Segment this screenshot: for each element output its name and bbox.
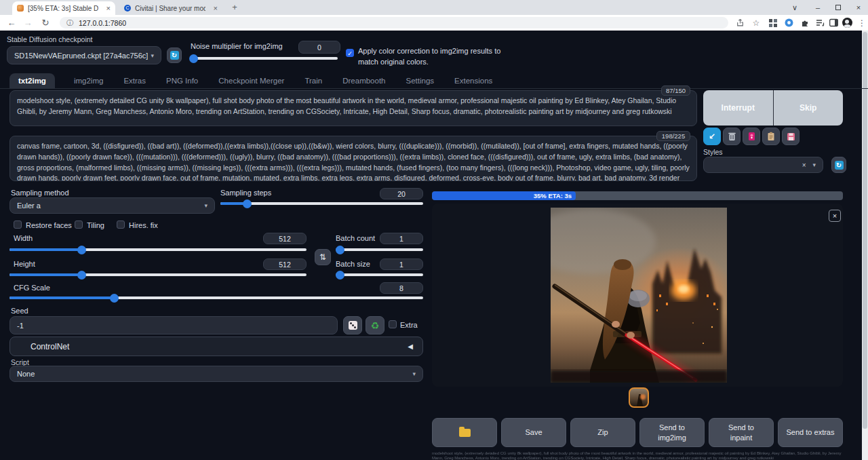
tab-txt2img[interactable]: txt2img xyxy=(9,73,55,88)
browser-tab-civitai[interactable]: C Civitai | Share your models × xyxy=(119,1,222,15)
cfg-scale-slider[interactable] xyxy=(9,296,423,299)
slider-knob[interactable] xyxy=(110,294,119,303)
noise-multiplier-slider[interactable] xyxy=(191,57,338,60)
save-button[interactable]: Save xyxy=(501,418,566,447)
batch-count-slider[interactable] xyxy=(336,248,423,251)
paste-generation-params-button[interactable]: ↙ xyxy=(703,128,721,145)
random-seed-button[interactable] xyxy=(343,316,362,334)
side-panel-icon[interactable] xyxy=(826,15,841,31)
open-folder-button[interactable] xyxy=(432,418,497,447)
slider-knob[interactable] xyxy=(336,246,344,254)
forward-icon[interactable]: → xyxy=(20,15,35,31)
styles-dropdown[interactable]: × ▾ xyxy=(703,157,823,173)
window-close-icon[interactable]: × xyxy=(849,0,868,15)
tab-checkpoint-merger[interactable]: Checkpoint Merger xyxy=(217,73,285,88)
height-label: Height xyxy=(14,260,35,268)
checkpoint-label: Stable Diffusion checkpoint xyxy=(7,35,92,43)
window-menu-chevron-icon[interactable]: ∨ xyxy=(785,0,804,15)
height-value[interactable]: 512 xyxy=(263,258,307,270)
tab-img2img[interactable]: img2img xyxy=(73,73,104,88)
sampling-steps-value[interactable]: 20 xyxy=(380,188,423,199)
tab-extensions[interactable]: Extensions xyxy=(453,73,494,88)
extra-networks-button[interactable] xyxy=(743,128,760,145)
checkpoint-refresh-button[interactable]: ↻ xyxy=(167,47,182,63)
window-maximize-icon[interactable] xyxy=(829,0,848,15)
chevron-down-icon: ▾ xyxy=(812,161,816,168)
extension-blue-circle-icon[interactable] xyxy=(781,15,796,31)
reload-icon[interactable]: ↻ xyxy=(38,15,53,31)
tiling-checkbox[interactable] xyxy=(75,221,83,229)
profile-avatar[interactable] xyxy=(840,15,854,31)
chevron-down-icon: ▾ xyxy=(151,52,154,59)
extension-grid-icon[interactable] xyxy=(766,15,781,31)
height-slider[interactable] xyxy=(9,273,307,276)
chevron-down-icon: ▾ xyxy=(204,202,208,209)
sampling-method-dropdown[interactable]: Euler a ▾ xyxy=(9,197,215,214)
gallery-thumbnail[interactable] xyxy=(629,387,649,408)
slider-knob[interactable] xyxy=(189,54,198,63)
share-icon[interactable] xyxy=(732,15,747,31)
styles-refresh-button[interactable]: ↻ xyxy=(831,157,846,173)
send-to-inpaint-button[interactable]: Send to inpaint xyxy=(709,418,774,447)
tab-png-info[interactable]: PNG Info xyxy=(165,73,199,88)
slider-knob[interactable] xyxy=(336,271,344,280)
color-correction-checkbox[interactable]: ✓ xyxy=(346,49,354,57)
tab-close-icon[interactable]: × xyxy=(214,4,218,12)
apply-styles-button[interactable] xyxy=(762,128,780,145)
zip-button[interactable]: Zip xyxy=(570,418,635,447)
slider-knob[interactable] xyxy=(243,199,252,208)
extensions-puzzle-icon[interactable] xyxy=(797,15,812,31)
gallery-close-button[interactable]: × xyxy=(829,210,841,222)
tab-dreambooth[interactable]: Dreambooth xyxy=(341,73,387,88)
reading-list-icon[interactable] xyxy=(812,15,827,31)
window-minimize-icon[interactable]: – xyxy=(808,0,827,15)
checkpoint-dropdown[interactable]: SD15NewVAEpruned.ckpt [27a4ac756c] ▾ xyxy=(7,46,161,64)
batch-size-value[interactable]: 1 xyxy=(380,258,423,270)
batch-size-slider[interactable] xyxy=(336,273,423,276)
generated-image-preview[interactable] xyxy=(551,208,727,383)
seed-label: Seed xyxy=(11,307,28,315)
clear-prompt-button[interactable] xyxy=(723,128,741,145)
trash-icon xyxy=(728,132,736,141)
clipboard-icon xyxy=(767,132,775,141)
extra-seed-checkbox[interactable] xyxy=(389,320,397,328)
styles-label: Styles xyxy=(703,148,723,156)
batch-count-value[interactable]: 1 xyxy=(380,233,423,244)
negative-prompt-textarea[interactable]: canvas frame, cartoon, 3d, ((disfigured)… xyxy=(9,136,697,181)
noise-multiplier-value[interactable]: 0 xyxy=(298,41,340,54)
tab-train[interactable]: Train xyxy=(303,73,323,88)
swap-width-height-button[interactable]: ⇅ xyxy=(315,249,331,265)
interrupt-button[interactable]: Interrupt xyxy=(703,90,774,126)
restore-faces-checkbox[interactable] xyxy=(14,221,22,229)
tab-extras[interactable]: Extras xyxy=(122,73,147,88)
tab-settings[interactable]: Settings xyxy=(405,73,436,88)
controlnet-accordion[interactable]: ControlNet ◀ xyxy=(9,337,423,356)
slider-knob[interactable] xyxy=(77,246,86,254)
prompt-textarea[interactable]: modelshoot style, (extremely detailed CG… xyxy=(9,90,697,126)
width-slider[interactable] xyxy=(9,248,307,251)
prompt-token-counter: 87/150 xyxy=(661,85,690,96)
back-icon[interactable]: ← xyxy=(4,15,19,31)
slider-knob[interactable] xyxy=(77,271,86,280)
seed-input[interactable]: -1 xyxy=(9,316,338,334)
new-tab-button[interactable]: + xyxy=(229,2,240,13)
reuse-seed-button[interactable]: ♻ xyxy=(366,316,384,334)
skip-button[interactable]: Skip xyxy=(774,90,844,126)
sampling-steps-slider[interactable] xyxy=(220,202,423,205)
bookmark-star-icon[interactable]: ☆ xyxy=(749,15,764,31)
save-style-button[interactable] xyxy=(782,128,800,145)
script-dropdown[interactable]: None ▾ xyxy=(9,366,423,382)
tab-close-icon[interactable]: × xyxy=(106,4,111,12)
interrupt-skip-group: Interrupt Skip xyxy=(703,90,843,126)
browser-menu-icon[interactable]: ⋮ xyxy=(854,15,868,31)
page-scrollbar-thumb[interactable] xyxy=(863,32,867,429)
browser-tab-stable-diffusion[interactable]: [35% ETA: 3s] Stable Diffusion × xyxy=(12,1,115,15)
address-bar[interactable]: ⓘ 127.0.0.1:7860 xyxy=(60,17,728,28)
clear-styles-icon[interactable]: × xyxy=(802,161,806,169)
send-to-img2img-button[interactable]: Send to img2img xyxy=(639,418,705,447)
hires-fix-checkbox[interactable] xyxy=(117,221,125,229)
site-info-icon[interactable]: ⓘ xyxy=(66,18,73,28)
send-to-extras-button[interactable]: Send to extras xyxy=(778,418,843,447)
cfg-scale-value[interactable]: 8 xyxy=(380,282,423,294)
width-value[interactable]: 512 xyxy=(263,233,307,244)
